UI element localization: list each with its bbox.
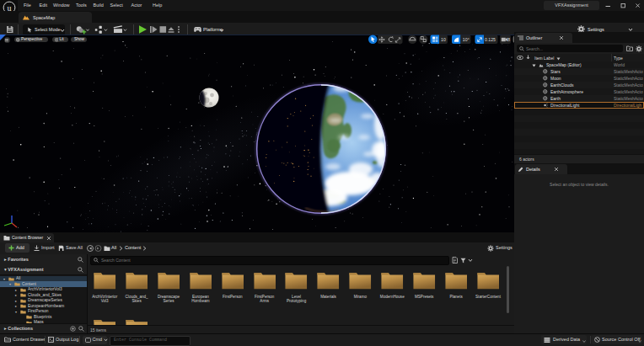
- svg-text:0.125: 0.125: [485, 37, 496, 42]
- svg-text:8: 8: [507, 37, 510, 42]
- svg-text:10: 10: [441, 37, 446, 42]
- svg-text:10°: 10°: [463, 37, 470, 42]
